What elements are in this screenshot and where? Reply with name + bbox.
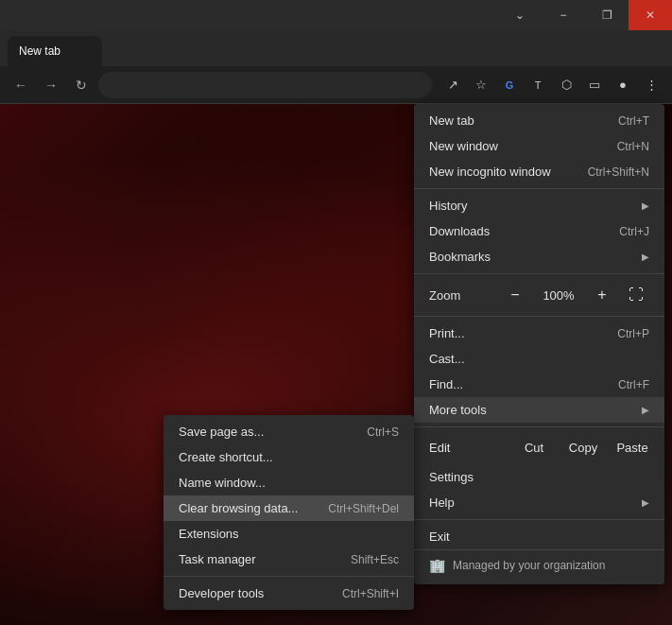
address-bar[interactable]	[98, 72, 432, 98]
menu-item-new-window-shortcut: Ctrl+N	[617, 140, 649, 153]
help-arrow-icon: ▶	[642, 497, 649, 508]
cut-button[interactable]: Cut	[509, 437, 559, 459]
zoom-row: Zoom − 100% + ⛶	[414, 278, 664, 312]
menu-item-new-tab-label: New tab	[429, 113, 603, 128]
profile-button[interactable]: ●	[610, 72, 636, 98]
copy-button[interactable]: Copy	[559, 437, 608, 459]
zoom-value: 100%	[536, 288, 581, 303]
translate-button[interactable]: T	[525, 72, 551, 98]
menu-item-exit[interactable]: Exit	[414, 524, 664, 549]
menu-item-downloads-shortcut: Ctrl+J	[619, 225, 649, 238]
menu-item-task-manager[interactable]: Task manager Shift+Esc	[164, 547, 414, 572]
zoom-in-button[interactable]: +	[589, 282, 615, 308]
menu-item-save-page-label: Save page as...	[179, 425, 352, 439]
menu-button[interactable]: ⋮	[638, 72, 664, 98]
menu-item-incognito[interactable]: New incognito window Ctrl+Shift+N	[414, 159, 664, 184]
menu-item-save-page[interactable]: Save page as... Ctrl+S	[164, 419, 414, 444]
menu-item-print-shortcut: Ctrl+P	[617, 327, 649, 340]
bookmark-button[interactable]: ☆	[468, 72, 494, 98]
collapse-icon: ⌄	[515, 9, 525, 22]
managed-icon: 🏢	[429, 558, 445, 573]
title-bar-buttons: ⌄ − ❐ ✕	[498, 0, 672, 30]
menu-item-more-tools-label: More tools	[429, 403, 634, 417]
menu-item-developer-tools-shortcut: Ctrl+Shift+I	[342, 587, 399, 600]
menu-item-clear-browsing-label: Clear browsing data...	[179, 501, 313, 515]
menu-item-find[interactable]: Find... Ctrl+F	[414, 372, 664, 397]
chrome-menu: New tab Ctrl+T New window Ctrl+N New inc…	[414, 104, 664, 584]
translate-icon: T	[535, 79, 542, 91]
menu-item-more-tools[interactable]: More tools ▶	[414, 397, 664, 423]
menu-item-print[interactable]: Print... Ctrl+P	[414, 321, 664, 346]
forward-button[interactable]: →	[38, 72, 64, 98]
restore-button[interactable]: ❐	[585, 0, 629, 30]
back-button[interactable]: ←	[8, 72, 34, 98]
menu-item-extensions[interactable]: Extensions	[164, 521, 414, 547]
menu-item-exit-label: Exit	[429, 530, 649, 544]
menu-item-extensions-label: Extensions	[179, 527, 399, 541]
menu-item-task-manager-label: Task manager	[179, 552, 336, 566]
menu-item-downloads[interactable]: Downloads Ctrl+J	[414, 218, 664, 244]
zoom-expand-icon: ⛶	[629, 286, 644, 304]
menu-item-cast[interactable]: Cast...	[414, 346, 664, 372]
menu-item-print-label: Print...	[429, 326, 602, 340]
share-button[interactable]: ↗	[439, 72, 466, 98]
extensions-button[interactable]: ⬡	[553, 72, 579, 98]
menu-item-incognito-label: New incognito window	[429, 165, 573, 179]
zoom-minus-icon: −	[510, 286, 519, 304]
menu-item-help[interactable]: Help ▶	[414, 490, 664, 515]
zoom-label: Zoom	[429, 288, 494, 303]
divider-5	[414, 519, 664, 520]
edit-label: Edit	[422, 441, 509, 455]
menu-item-create-shortcut[interactable]: Create shortcut...	[164, 444, 414, 470]
menu-item-bookmarks[interactable]: Bookmarks ▶	[414, 244, 664, 269]
close-icon: ✕	[646, 9, 655, 22]
google-icon: G	[506, 79, 514, 91]
zoom-expand-button[interactable]: ⛶	[623, 282, 649, 308]
toolbar-icons: ↗ ☆ G T ⬡ ▭ ● ⋮	[439, 72, 664, 98]
menu-item-task-manager-shortcut: Shift+Esc	[351, 553, 399, 566]
tab-bar: New tab	[0, 30, 672, 66]
menu-item-name-window-label: Name window...	[179, 476, 399, 490]
menu-item-downloads-label: Downloads	[429, 224, 604, 238]
tab-label: New tab	[19, 44, 60, 58]
bookmarks-arrow-icon: ▶	[642, 252, 649, 262]
menu-item-incognito-shortcut: Ctrl+Shift+N	[588, 165, 649, 179]
menu-item-new-tab-shortcut: Ctrl+T	[618, 114, 649, 128]
back-icon: ←	[14, 78, 27, 93]
menu-item-save-page-shortcut: Ctrl+S	[367, 425, 399, 439]
screencast-icon: ▭	[589, 78, 600, 92]
minimize-button[interactable]: −	[542, 0, 585, 30]
history-arrow-icon: ▶	[642, 200, 649, 211]
divider-2	[414, 273, 664, 274]
collapse-button[interactable]: ⌄	[498, 0, 542, 30]
menu-item-history[interactable]: History ▶	[414, 193, 664, 218]
google-button[interactable]: G	[496, 72, 523, 98]
refresh-icon: ↻	[76, 78, 87, 93]
menu-item-help-label: Help	[429, 495, 634, 510]
managed-row: 🏢 Managed by your organization	[414, 549, 664, 581]
bookmark-icon: ☆	[475, 78, 487, 92]
active-tab[interactable]: New tab	[8, 36, 102, 66]
divider-4	[414, 426, 664, 427]
menu-item-new-window[interactable]: New window Ctrl+N	[414, 133, 664, 159]
menu-item-clear-browsing-shortcut: Ctrl+Shift+Del	[328, 502, 399, 515]
extensions-icon: ⬡	[561, 78, 572, 92]
forward-icon: →	[44, 78, 58, 93]
zoom-out-button[interactable]: −	[502, 282, 528, 308]
profile-icon: ●	[619, 78, 627, 92]
title-bar: ⌄ − ❐ ✕	[0, 0, 672, 30]
menu-item-developer-tools[interactable]: Developer tools Ctrl+Shift+I	[164, 581, 414, 606]
menu-item-settings[interactable]: Settings	[414, 464, 664, 490]
refresh-button[interactable]: ↻	[68, 72, 95, 98]
close-button[interactable]: ✕	[629, 0, 672, 30]
paste-button[interactable]: Paste	[608, 437, 657, 459]
screencast-button[interactable]: ▭	[581, 72, 608, 98]
more-tools-divider	[164, 576, 414, 577]
restore-icon: ❐	[602, 9, 612, 22]
menu-item-name-window[interactable]: Name window...	[164, 470, 414, 495]
omnibar: ← → ↻ ↗ ☆ G T ⬡ ▭ ● ⋮	[0, 66, 672, 104]
menu-item-clear-browsing[interactable]: Clear browsing data... Ctrl+Shift+Del	[164, 495, 414, 521]
menu-item-new-tab[interactable]: New tab Ctrl+T	[414, 108, 664, 133]
menu-item-new-window-label: New window	[429, 139, 602, 153]
edit-row: Edit Cut Copy Paste	[414, 431, 664, 464]
